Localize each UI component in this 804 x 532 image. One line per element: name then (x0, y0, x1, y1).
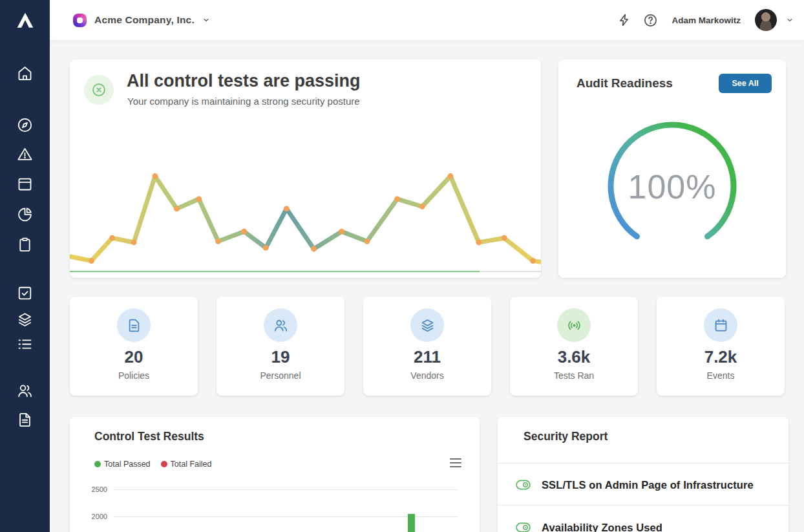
sidebar-item-personnel[interactable] (16, 382, 34, 399)
top-bar: Acme Company, Inc. Adam Markowitz (50, 0, 804, 40)
layers-icon (16, 311, 34, 328)
avatar[interactable] (755, 9, 777, 31)
trend-sparkline-chart (70, 162, 541, 278)
green-dot-icon (94, 461, 101, 467)
list-icon (16, 335, 34, 353)
sidebar-item-documents[interactable] (16, 411, 34, 429)
security-item-label: Availability Zones Used (542, 522, 662, 532)
sidebar-item-reports[interactable] (16, 206, 34, 223)
sidebar-item-monitoring[interactable] (16, 116, 34, 134)
stat-card-tests-ran[interactable]: 3.6k Tests Ran (510, 297, 638, 396)
check-square-icon (16, 284, 34, 302)
stat-label: Policies (70, 370, 198, 381)
security-report-card: Security Report SSL/TLS on Admin Page of… (498, 417, 788, 532)
stat-label: Events (657, 370, 785, 381)
divider (498, 505, 788, 505)
file-text-icon (16, 411, 34, 429)
stat-card-personnel[interactable]: 19 Personnel (217, 297, 344, 396)
company-selector[interactable]: Acme Company, Inc. (73, 9, 210, 31)
layers-icon (419, 317, 436, 334)
chevron-down-icon (202, 16, 210, 24)
control-tests-status-card: All control tests are passing Your compa… (70, 59, 541, 278)
status-badge (84, 75, 114, 105)
x-circle-icon (90, 81, 107, 98)
lightning-icon (617, 13, 631, 27)
monitor-toggle-icon (516, 480, 531, 490)
broadcast-icon (566, 317, 582, 334)
user-menu-chevron-icon[interactable] (786, 16, 794, 24)
y-tick-label: 2000 (89, 513, 107, 520)
chart-menu-button[interactable] (450, 458, 461, 467)
gridline-2500: 2500 (70, 489, 480, 497)
quick-actions-button[interactable] (616, 12, 633, 28)
legend-total-passed: Total Passed (94, 460, 151, 469)
legend-label: Total Failed (171, 460, 212, 469)
control-test-results-card: Control Test Results Total Passed Total … (70, 417, 480, 532)
pie-chart-icon (16, 206, 34, 223)
stat-card-events[interactable]: 7.2k Events (657, 297, 785, 396)
stat-icon-circle (264, 308, 297, 342)
stat-value: 19 (217, 347, 344, 367)
help-circle-icon (643, 13, 658, 28)
user-name: Adam Markowitz (672, 16, 741, 25)
stat-icon-circle (704, 308, 737, 342)
top-actions: Adam Markowitz (616, 0, 794, 40)
security-report-title: Security Report (524, 430, 608, 443)
calendar-icon (16, 175, 34, 193)
total-passed-bar (408, 514, 415, 532)
clipboard-icon (16, 236, 34, 253)
hero-subtitle: Your company is maintaining a strong sec… (127, 96, 360, 107)
red-dot-icon (161, 461, 167, 467)
sidebar-item-frameworks[interactable] (16, 175, 34, 193)
compass-icon (16, 116, 34, 134)
see-all-button[interactable]: See All (719, 74, 772, 93)
chart-legend: Total Passed Total Failed (94, 460, 212, 469)
stat-icon-circle (117, 308, 151, 342)
stat-label: Vendors (363, 370, 491, 381)
control-test-results-title: Control Test Results (94, 430, 204, 443)
stat-value: 7.2k (657, 347, 785, 367)
company-logo-icon (73, 14, 87, 27)
sidebar-item-tests[interactable] (16, 311, 34, 328)
sidebar-item-controls[interactable] (16, 284, 34, 302)
stat-icon-circle (557, 308, 591, 342)
stat-label: Tests Ran (510, 370, 638, 381)
audit-readiness-card: Audit Readiness See All 100% (558, 59, 786, 278)
audit-readiness-title: Audit Readiness (577, 76, 673, 90)
stat-card-policies[interactable]: 20 Policies (70, 297, 198, 396)
help-button[interactable] (642, 12, 659, 28)
sidebar-item-home[interactable] (16, 65, 34, 82)
stat-value: 3.6k (510, 347, 638, 367)
sidebar-item-tasks[interactable] (16, 335, 34, 353)
stat-card-vendors[interactable]: 211 Vendors (363, 297, 491, 396)
company-name: Acme Company, Inc. (94, 14, 195, 26)
brand-a-icon (16, 11, 35, 29)
stat-value: 20 (70, 347, 198, 367)
y-tick-label: 2500 (89, 485, 107, 493)
users-icon (16, 382, 34, 399)
monitor-toggle-icon (516, 522, 531, 532)
sidebar-item-risk[interactable] (16, 145, 34, 163)
security-report-item[interactable]: SSL/TLS on Admin Page of Infrastructure (498, 470, 788, 500)
alert-triangle-icon (16, 145, 34, 163)
gridline-2000: 2000 (70, 516, 480, 524)
app-logo[interactable] (0, 0, 50, 40)
stat-value: 211 (363, 347, 491, 367)
home-icon (16, 65, 34, 82)
hero-title: All control tests are passing (127, 71, 361, 91)
readiness-gauge: 100% (604, 118, 740, 254)
stat-label: Personnel (217, 370, 344, 381)
sparkline-svg (70, 162, 541, 278)
divider (498, 463, 788, 463)
legend-total-failed: Total Failed (161, 460, 212, 469)
security-item-label: SSL/TLS on Admin Page of Infrastructure (542, 479, 754, 491)
security-report-item[interactable]: Availability Zones Used (498, 513, 788, 532)
document-icon (126, 317, 142, 334)
sidebar (0, 0, 50, 532)
sidebar-item-policies[interactable] (16, 236, 34, 253)
stat-icon-circle (410, 308, 444, 342)
users-icon (273, 317, 289, 334)
readiness-percent: 100% (604, 167, 740, 206)
legend-label: Total Passed (104, 460, 151, 469)
calendar-icon (713, 317, 729, 334)
